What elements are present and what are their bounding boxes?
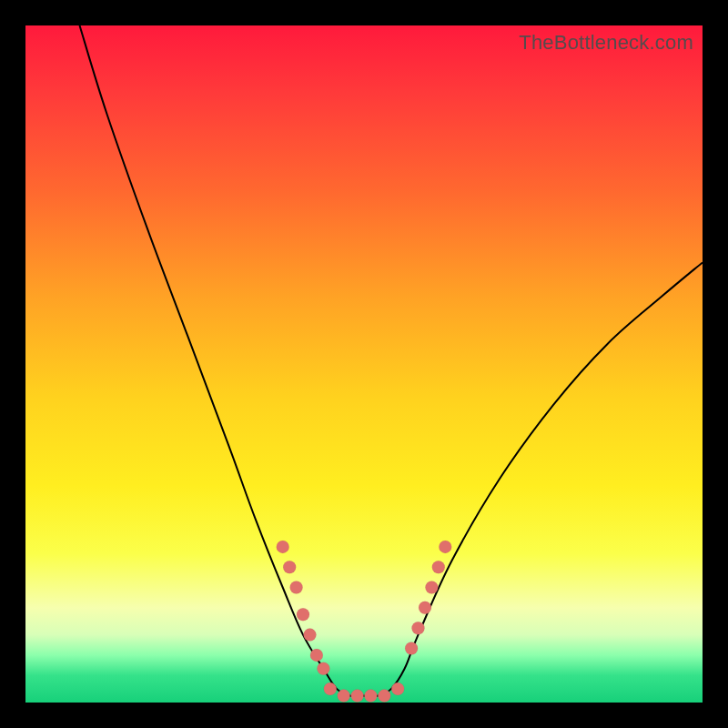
marker-dot	[277, 541, 289, 553]
marker-dot	[425, 581, 438, 594]
marker-dot	[338, 690, 350, 703]
marker-dot	[304, 629, 317, 642]
marker-dots-group	[277, 541, 452, 703]
marker-dot	[439, 541, 451, 553]
marker-dot	[297, 608, 309, 621]
marker-dot	[432, 561, 445, 573]
bottleneck-curve-path	[80, 25, 703, 696]
watermark-text: TheBottleneck.com	[519, 31, 693, 55]
marker-dot	[378, 690, 390, 703]
marker-dot	[324, 682, 337, 695]
marker-dot	[351, 690, 364, 703]
chart-frame: TheBottleneck.com	[25, 25, 703, 703]
marker-dot	[290, 581, 303, 594]
marker-dot	[412, 622, 425, 634]
marker-dot	[317, 662, 329, 675]
marker-dot	[391, 682, 404, 695]
bottleneck-curve-svg	[25, 25, 703, 703]
marker-dot	[419, 602, 431, 614]
marker-dot	[283, 561, 296, 573]
marker-dot	[310, 649, 323, 662]
marker-dot	[405, 642, 418, 655]
marker-dot	[364, 690, 377, 703]
